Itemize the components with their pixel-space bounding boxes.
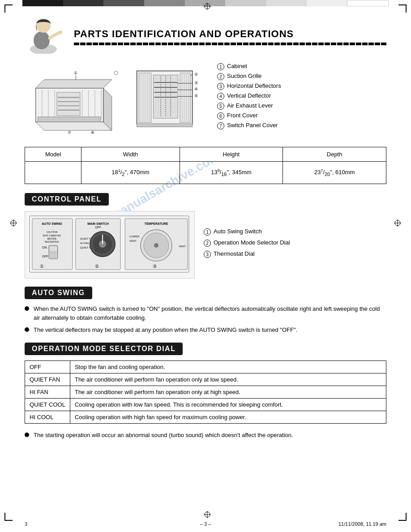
svg-rect-45 xyxy=(180,73,190,122)
svg-text:ON: ON xyxy=(42,246,47,249)
header-underline xyxy=(74,43,386,45)
panel-num-3: 3 xyxy=(204,251,211,258)
page-header: PARTS IDENTIFICATION AND OPERATIONS xyxy=(25,16,386,56)
corner-mark-tr xyxy=(398,4,407,13)
part-num-6: 6 xyxy=(217,112,224,120)
svg-text:OFF: OFF xyxy=(42,255,48,258)
svg-marker-16 xyxy=(36,122,112,130)
model-value xyxy=(25,162,81,184)
svg-text:OFF: OFF xyxy=(95,226,101,229)
panel-num-1: 1 xyxy=(204,228,211,236)
svg-text:HI FAN: HI FAN xyxy=(80,242,89,245)
bullet-icon-2 xyxy=(25,327,29,332)
part-num-4: 4 xyxy=(217,93,224,100)
header-title-block: PARTS IDENTIFICATION AND OPERATIONS xyxy=(74,26,386,45)
panel-label-1: Auto Swing Switch xyxy=(214,228,262,235)
op-mode-off: OFF xyxy=(25,360,70,373)
svg-point-32 xyxy=(114,71,118,75)
svg-point-15 xyxy=(59,30,62,34)
svg-text:⑥: ⑥ xyxy=(91,130,94,135)
panel-num-2: 2 xyxy=(204,240,211,247)
op-mode-hicool: HI COOL xyxy=(25,411,70,423)
panel-item-3: 3 Thermostat Dial xyxy=(204,250,386,258)
auto-swing-bullet-1: When the AUTO SWING switch is turned to … xyxy=(25,305,386,322)
svg-point-97 xyxy=(154,243,158,248)
auto-swing-text-2: The vertical deflectors may be stopped a… xyxy=(34,326,297,335)
svg-text:④: ④ xyxy=(194,87,198,91)
control-panel-area: AUTO SWING CAUTION WAIT 3 MINUTES BEFORE… xyxy=(25,211,386,279)
svg-text:②: ② xyxy=(95,264,99,269)
dimensions-table: Model Width Height Depth 181/2", 470mm 1… xyxy=(25,147,386,184)
part-num-3: 3 xyxy=(217,83,224,90)
control-panel-image: AUTO SWING CAUTION WAIT 3 MINUTES BEFORE… xyxy=(25,211,195,279)
depth-value: 237/20", 610mm xyxy=(283,162,386,184)
svg-text:LOWER: LOWER xyxy=(129,235,140,238)
part-num-5: 5 xyxy=(217,103,224,110)
operation-mode-note-text: The starting operation will occur an abn… xyxy=(34,431,293,440)
svg-text:⑦: ⑦ xyxy=(68,130,71,135)
parts-item-5: 5 Air Exhaust Lever xyxy=(217,102,386,110)
part-num-7: 7 xyxy=(217,122,224,129)
reg-mark-left xyxy=(10,219,17,228)
part-label-3: Horizontal Deflectors xyxy=(227,82,281,89)
width-value: 181/2", 470mm xyxy=(81,162,180,184)
col-width: Width xyxy=(81,147,180,162)
part-label-6: Front Cover xyxy=(227,112,258,119)
op-row-quietfan: QUIET FAN The air conditioner will perfo… xyxy=(25,373,386,386)
reg-mark-bottom xyxy=(204,511,211,519)
svg-text:AUTO SWING: AUTO SWING xyxy=(42,222,62,225)
corner-mark-br xyxy=(398,513,407,521)
svg-text:⑤: ⑤ xyxy=(194,94,198,98)
col-height: Height xyxy=(180,147,283,162)
op-mode-quietcool: QUIET COOL xyxy=(25,398,70,411)
op-row-hifan: HI FAN The air conditioner will perform … xyxy=(25,386,386,398)
bullet-icon-1 xyxy=(25,306,29,311)
footer-page-label: – 3 – xyxy=(200,521,211,527)
corner-mark-tl xyxy=(4,4,13,13)
svg-text:TEMPERATURE: TEMPERATURE xyxy=(145,222,168,225)
parts-diagram-area: ① ⑦ ⑥ xyxy=(25,63,386,140)
svg-text:MAIN SWITCH: MAIN SWITCH xyxy=(87,222,108,225)
control-panel-section: CONTROL PANEL AUTO SWING CAUTION WAIT 3 … xyxy=(25,193,386,279)
height-value: 139/16", 345mm xyxy=(180,162,283,184)
parts-item-2: 2 Suction Grille xyxy=(217,73,386,80)
op-desc-quietfan: The air conditioner will perform fan ope… xyxy=(70,373,386,386)
svg-rect-68 xyxy=(32,219,73,270)
svg-text:CAUTION: CAUTION xyxy=(47,231,58,233)
footer-page-num: 3 xyxy=(25,521,27,527)
svg-marker-19 xyxy=(36,80,112,88)
svg-text:VENT: VENT xyxy=(129,240,137,242)
panel-item-1: 1 Auto Swing Switch xyxy=(204,228,386,236)
svg-text:①: ① xyxy=(74,71,77,75)
svg-text:WAIT 3 MINUTES: WAIT 3 MINUTES xyxy=(43,234,61,237)
footer: 3 – 3 – 11/11/2008, 11.19 am xyxy=(25,521,386,527)
panel-label-3: Thermostat Dial xyxy=(214,250,255,257)
parts-item-1: 1 Cabinet xyxy=(217,63,386,70)
panel-labels: 1 Auto Swing Switch 2 Operation Mode Sel… xyxy=(204,228,386,262)
svg-text:③: ③ xyxy=(194,81,198,85)
parts-item-4: 4 Vertical Deflector xyxy=(217,92,386,100)
corner-mark-bl xyxy=(4,513,13,521)
parts-item-6: 6 Front Cover xyxy=(217,112,386,120)
ac-unit-diagram-right: ② ③ ④ ⑤ xyxy=(130,63,206,140)
parts-item-7: 7 Switch Panel Cover xyxy=(217,122,386,129)
part-label-2: Suction Grille xyxy=(227,73,261,79)
operation-mode-section: OPERATION MODE SELECTOR DIAL OFF Stop th… xyxy=(25,343,386,440)
op-row-off: OFF Stop the fan and cooling operation. xyxy=(25,360,386,373)
parts-item-3: 3 Horizontal Deflectors xyxy=(217,82,386,90)
part-label-5: Air Exhaust Lever xyxy=(227,102,273,109)
panel-item-2: 2 Operation Mode Selector Dial xyxy=(204,239,386,247)
svg-rect-35 xyxy=(38,117,100,122)
op-row-quietcool: QUIET COOL Cooling operation with low fa… xyxy=(25,398,386,411)
op-desc-off: Stop the fan and cooling operation. xyxy=(70,360,386,373)
svg-text:VENT: VENT xyxy=(179,245,186,248)
col-model: Model xyxy=(25,147,81,162)
svg-point-13 xyxy=(34,31,50,49)
part-num-2: 2 xyxy=(217,73,224,80)
operation-mode-note: The starting operation will occur an abn… xyxy=(25,431,386,440)
auto-swing-section: AUTO SWING When the AUTO SWING switch is… xyxy=(25,287,386,335)
op-mode-hifan: HI FAN xyxy=(25,386,70,398)
person-icon xyxy=(25,16,65,56)
op-desc-hicool: Cooling operation with high fan speed fo… xyxy=(70,411,386,423)
svg-text:BEFORE: BEFORE xyxy=(47,237,57,240)
